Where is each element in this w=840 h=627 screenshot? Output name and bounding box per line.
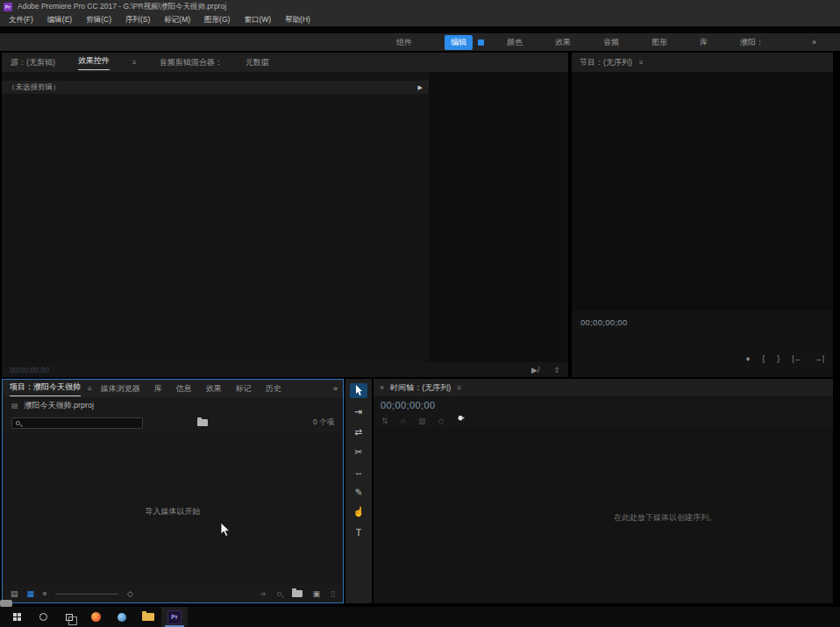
type-tool[interactable]: T (350, 524, 367, 539)
search-icon (16, 421, 20, 425)
tab-source-monitor[interactable]: 源：(无剪辑) (11, 57, 55, 68)
panel-menu-icon[interactable]: ≡ (457, 384, 461, 392)
tab-markers[interactable]: 标记 (236, 383, 252, 395)
workspace-tab-assembly[interactable]: 组件 (396, 37, 412, 48)
no-clip-selected-label: （未选择剪辑） (8, 82, 61, 93)
close-icon[interactable]: × (380, 383, 384, 392)
hand-tool[interactable]: ☝ (350, 504, 367, 519)
panel-overflow-icon[interactable]: » (333, 384, 338, 393)
workspace-overflow-icon[interactable]: » (812, 38, 816, 46)
workspace-tab-audio[interactable]: 音频 (603, 37, 619, 48)
project-content-area[interactable]: 导入媒体以开始 (3, 432, 343, 585)
start-button[interactable] (4, 607, 30, 627)
zoom-out-icon[interactable] (43, 592, 46, 595)
panel-menu-icon[interactable]: ≡ (132, 59, 137, 67)
slip-tool[interactable]: ↔ (350, 464, 367, 479)
program-timecode: 00;00;00;00 (580, 317, 628, 327)
menu-window[interactable]: 窗口(W) (237, 15, 278, 25)
add-marker-icon[interactable]: ◇ (438, 417, 445, 425)
tab-effects[interactable]: 效果 (206, 383, 222, 395)
timeline-settings-wrench-icon[interactable] (456, 416, 466, 425)
menu-file[interactable]: 文件(F) (2, 15, 40, 25)
show-keyframes-icon[interactable]: ▶ (418, 84, 423, 91)
list-view-icon[interactable]: ▤ (11, 589, 18, 598)
browser-button[interactable] (82, 607, 109, 627)
panel-menu-icon[interactable]: ≡ (88, 385, 92, 393)
tab-timeline[interactable]: 时间轴：(无序列) (390, 382, 451, 394)
go-to-in-icon[interactable]: |← (792, 354, 801, 363)
tab-libraries[interactable]: 库 (154, 383, 162, 395)
find-icon[interactable] (277, 592, 281, 596)
premiere-app-icon: Pr (4, 3, 12, 11)
menu-graphics[interactable]: 图形(G) (197, 15, 237, 25)
tab-history[interactable]: 历史 (266, 383, 281, 395)
tab-effect-controls[interactable]: 效果控件 (78, 55, 110, 70)
cortana-button[interactable] (30, 607, 56, 627)
tab-project[interactable]: 项目：濮阳今天很帅 (10, 381, 81, 396)
premiere-taskbar-button[interactable]: Pr (161, 607, 188, 627)
add-marker-icon[interactable]: ♦ (746, 354, 751, 363)
program-video-area (572, 72, 833, 310)
selection-arrow-icon (355, 385, 363, 396)
new-bin-icon[interactable] (292, 590, 303, 597)
snap-icon[interactable]: ∩ (401, 417, 406, 425)
project-list-icon: ▤ (11, 402, 18, 410)
menu-edit[interactable]: 编辑(E) (40, 15, 79, 25)
mark-out-icon[interactable]: } (777, 354, 779, 363)
workspace-tab-custom[interactable]: 濮阳： (740, 37, 764, 48)
effect-controls-status-bar: 00;00;00;00 ▶/ ⇧ (2, 362, 568, 377)
tab-metadata[interactable]: 元数据 (246, 57, 269, 68)
import-media-hint: 导入媒体以开始 (146, 506, 201, 517)
filter-bin-icon[interactable] (197, 419, 208, 426)
insert-overwrite-icon[interactable]: ⇅ (381, 417, 388, 425)
pen-tool[interactable]: ✎ (350, 484, 367, 499)
search-input[interactable] (11, 417, 143, 429)
project-filter-row: 0 个项 (3, 413, 343, 432)
new-item-icon[interactable]: ▣ (313, 589, 321, 598)
tab-info[interactable]: 信息 (176, 383, 192, 395)
workspace-tab-color[interactable]: 颜色 (507, 37, 523, 48)
workspace-tab-graphics[interactable]: 图形 (651, 37, 667, 48)
razor-tool[interactable]: ✂ (350, 444, 367, 459)
program-transport-controls: ♦ { } |← →| (746, 354, 824, 363)
mark-in-icon[interactable]: { (762, 354, 765, 363)
zoom-in-icon[interactable]: ◇ (127, 589, 133, 598)
menu-help[interactable]: 帮助(H) (278, 15, 317, 25)
cortana-icon (39, 613, 47, 621)
menu-clip[interactable]: 剪辑(C) (79, 15, 118, 25)
workspace-tab-effects[interactable]: 效果 (555, 37, 571, 48)
linked-selection-icon[interactable]: ▥ (418, 417, 426, 425)
edge-button[interactable] (109, 607, 135, 627)
export-icon[interactable]: ⇧ (553, 366, 560, 374)
zoom-slider[interactable] (55, 594, 118, 595)
tab-program-monitor[interactable]: 节目：(无序列) (580, 57, 632, 68)
go-to-out-icon[interactable]: →| (815, 354, 824, 363)
tab-audio-clip-mixer[interactable]: 音频剪辑混合器： (160, 57, 223, 68)
delete-icon[interactable]: ▯ (331, 589, 335, 598)
header-divider (0, 26, 840, 33)
program-monitor-panel: 节目：(无序列) ≡ 00;00;00;00 ♦ { } |← →| (572, 53, 833, 377)
play-audio-only-icon[interactable]: ▶/ (531, 366, 539, 374)
ripple-edit-tool[interactable]: ⇄ (350, 424, 367, 438)
automate-to-sequence-icon[interactable]: ➔ (260, 589, 267, 598)
panel-menu-icon[interactable]: ≡ (639, 59, 644, 67)
source-group-tab-bar: 源：(无剪辑) 效果控件 ≡ 音频剪辑混合器： 元数据 (2, 53, 568, 72)
browser-icon (91, 612, 101, 622)
menu-markers[interactable]: 标记(M) (157, 15, 197, 25)
tab-media-browser[interactable]: 媒体浏览器 (101, 383, 140, 395)
task-view-icon (66, 614, 73, 621)
premiere-taskbar-icon: Pr (167, 610, 182, 624)
task-view-button[interactable] (56, 607, 82, 627)
mouse-cursor (220, 522, 231, 538)
project-file-name[interactable]: 濮阳今天很帅.prproj (25, 400, 95, 411)
selection-tool[interactable] (350, 383, 367, 398)
workspace-tab-editing[interactable]: 编辑 (445, 35, 473, 50)
menu-sequence[interactable]: 序列(S) (118, 15, 157, 25)
icon-view-icon[interactable]: ▦ (27, 589, 35, 598)
timeline-track-area[interactable]: 在此处放下媒体以创建序列。 (374, 428, 833, 603)
file-explorer-button[interactable] (135, 607, 161, 627)
track-select-forward-tool[interactable]: ⇥ (350, 403, 367, 418)
workspace-menu-icon[interactable] (478, 39, 484, 46)
item-count-label: 0 个项 (313, 417, 334, 428)
workspace-tab-libraries[interactable]: 库 (700, 37, 708, 48)
